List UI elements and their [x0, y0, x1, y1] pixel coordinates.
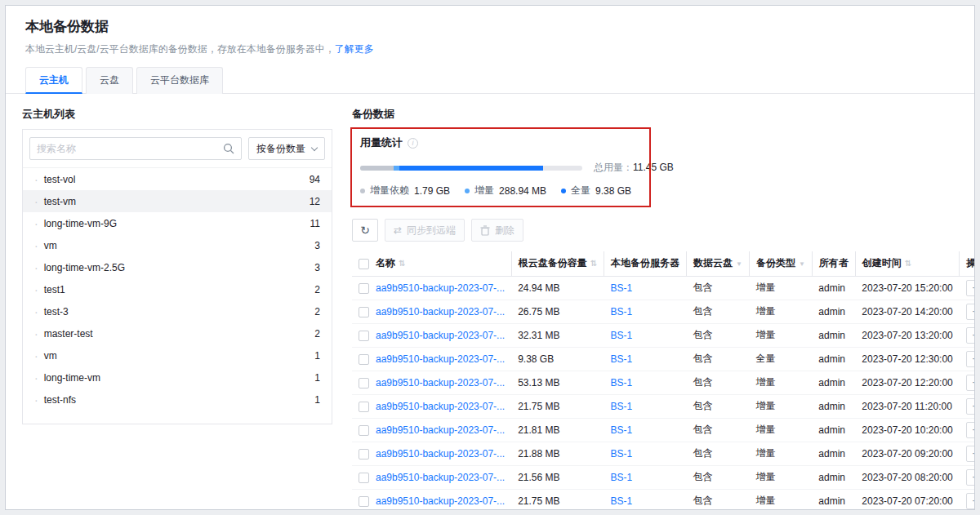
backup-name-link[interactable]: aa9b9510-backup-2023-07-...	[376, 377, 505, 388]
vm-list-title: 云主机列表	[22, 107, 332, 122]
created-time: 2023-07-20 08:20:00	[855, 465, 959, 489]
vm-list-item[interactable]: ·vm1	[23, 344, 332, 366]
table-row: aa9b9510-backup-2023-07-...21.81 MBBS-1包…	[352, 418, 975, 442]
row-actions-button[interactable]: ···	[966, 375, 975, 391]
backup-data-title: 备份数据	[352, 107, 960, 122]
backup-server-link[interactable]: BS-1	[611, 401, 633, 412]
select-all-checkbox[interactable]	[359, 259, 369, 269]
row-actions-button[interactable]: ···	[966, 351, 975, 367]
created-time: 2023-07-20 10:20:00	[855, 418, 959, 442]
row-checkbox[interactable]	[359, 473, 369, 483]
row-checkbox[interactable]	[359, 378, 369, 388]
backup-capacity: 24.94 MB	[511, 276, 604, 300]
usage-bar-row: 总用量：11.45 GB	[360, 161, 960, 175]
vm-list-item[interactable]: ·test-32	[23, 300, 332, 322]
row-checkbox[interactable]	[359, 425, 369, 436]
backup-name-link[interactable]: aa9b9510-backup-2023-07-...	[376, 282, 505, 294]
backup-name-link[interactable]: aa9b9510-backup-2023-07-...	[376, 330, 505, 341]
legend-item: 全量9.38 GB	[561, 184, 631, 198]
row-checkbox[interactable]	[359, 283, 369, 294]
vm-backup-count: 3	[314, 240, 320, 251]
created-time: 2023-07-20 13:20:00	[855, 323, 959, 347]
sort-dropdown[interactable]: 按备份数量	[248, 137, 325, 160]
vm-list-item[interactable]: ·vm3	[23, 234, 332, 256]
backup-server-link[interactable]: BS-1	[611, 306, 633, 317]
row-checkbox[interactable]	[359, 402, 369, 412]
vm-list-item[interactable]: ·long-time-vm-2.5G3	[23, 256, 332, 278]
backup-name-link[interactable]: aa9b9510-backup-2023-07-...	[376, 472, 505, 483]
row-actions-button[interactable]: ···	[966, 446, 975, 462]
usage-bar-segment	[360, 166, 394, 171]
data-disk-value: 包含	[687, 394, 750, 418]
search-icon[interactable]	[223, 143, 234, 154]
row-actions-button[interactable]: ···	[966, 493, 975, 509]
column-header[interactable]: 备份类型▼	[749, 251, 812, 276]
vm-backup-count: 2	[314, 284, 320, 295]
column-header-label: 创建时间	[862, 257, 902, 269]
backup-server-link[interactable]: BS-1	[611, 495, 633, 507]
backup-server-link[interactable]: BS-1	[611, 330, 633, 341]
backup-server-link[interactable]: BS-1	[611, 448, 633, 460]
backup-capacity: 21.75 MB	[511, 489, 604, 510]
column-header[interactable]: 根云盘备份容量⇅	[511, 251, 604, 276]
backup-name-link[interactable]: aa9b9510-backup-2023-07-...	[376, 306, 505, 317]
usage-bar-segment	[399, 166, 544, 171]
sync-to-remote-button[interactable]: ⇄ 同步到远端	[385, 219, 465, 242]
row-checkbox[interactable]	[359, 354, 369, 365]
row-checkbox[interactable]	[359, 331, 369, 341]
column-header[interactable]: 名称⇅	[369, 251, 511, 276]
backup-server-link[interactable]: BS-1	[611, 377, 633, 388]
vm-list-item[interactable]: ·test-vm12	[23, 190, 332, 212]
vm-list-item[interactable]: ·test12	[23, 278, 332, 300]
vm-list-item[interactable]: ·test-vol94	[23, 168, 332, 190]
bullet-icon: ·	[34, 174, 38, 185]
refresh-button[interactable]: ↻	[352, 219, 378, 242]
vm-list-panel: 按备份数量 ·test-vol94·test-vm12·long-time-vm…	[22, 129, 332, 424]
vm-backup-count: 2	[314, 328, 320, 340]
row-checkbox[interactable]	[359, 496, 369, 507]
tab-云盘[interactable]: 云盘	[86, 67, 133, 94]
backup-name-link[interactable]: aa9b9510-backup-2023-07-...	[376, 424, 505, 436]
vm-list-item[interactable]: ·test-nfs1	[23, 388, 332, 411]
backup-capacity: 26.75 MB	[511, 300, 604, 323]
vm-list-item[interactable]: ·long-time-vm1	[23, 366, 332, 388]
sort-icon[interactable]: ⇅	[399, 259, 405, 268]
tab-云平台数据库[interactable]: 云平台数据库	[136, 67, 223, 94]
tab-云主机[interactable]: 云主机	[25, 67, 82, 94]
row-actions-button[interactable]: ···	[966, 280, 975, 296]
column-header[interactable]: 创建时间⇅	[855, 251, 959, 276]
row-actions-button[interactable]: ···	[966, 304, 975, 320]
sort-icon[interactable]: ⇅	[905, 259, 911, 268]
created-time: 2023-07-20 12:20:00	[855, 371, 959, 394]
column-header: 操作	[960, 251, 975, 276]
filter-icon[interactable]: ▼	[736, 260, 742, 268]
row-actions-button[interactable]: ···	[966, 422, 975, 438]
backup-name-link[interactable]: aa9b9510-backup-2023-07-...	[376, 495, 505, 507]
row-checkbox[interactable]	[359, 449, 369, 460]
column-header-label: 本地备份服务器	[611, 257, 679, 269]
delete-button[interactable]: 删除	[471, 219, 523, 242]
search-input[interactable]	[37, 143, 223, 154]
row-checkbox[interactable]	[359, 307, 369, 317]
vm-list-controls: 按备份数量	[23, 130, 332, 167]
bullet-icon: ·	[34, 196, 38, 207]
backup-name-link[interactable]: aa9b9510-backup-2023-07-...	[376, 353, 505, 365]
backup-server-link[interactable]: BS-1	[611, 424, 633, 436]
backup-name-link[interactable]: aa9b9510-backup-2023-07-...	[376, 401, 505, 412]
backup-server-link[interactable]: BS-1	[611, 353, 633, 365]
backup-server-link[interactable]: BS-1	[611, 282, 633, 294]
usage-total: 总用量：11.45 GB	[594, 161, 674, 175]
backup-server-link[interactable]: BS-1	[611, 472, 633, 483]
vm-list-item[interactable]: ·long-time-vm-9G11	[23, 212, 332, 234]
row-actions-button[interactable]: ···	[966, 469, 975, 486]
row-actions-button[interactable]: ···	[966, 398, 975, 415]
info-icon[interactable]: i	[408, 138, 418, 149]
learn-more-link[interactable]: 了解更多	[335, 43, 374, 55]
filter-icon[interactable]: ▼	[799, 260, 805, 268]
vm-list-item[interactable]: ·master-test2	[23, 322, 332, 344]
backup-name-link[interactable]: aa9b9510-backup-2023-07-...	[376, 448, 505, 460]
column-header[interactable]: 数据云盘▼	[687, 251, 750, 276]
row-actions-button[interactable]: ···	[966, 327, 975, 344]
sort-icon[interactable]: ⇅	[590, 259, 597, 268]
data-disk-value: 包含	[687, 418, 750, 442]
